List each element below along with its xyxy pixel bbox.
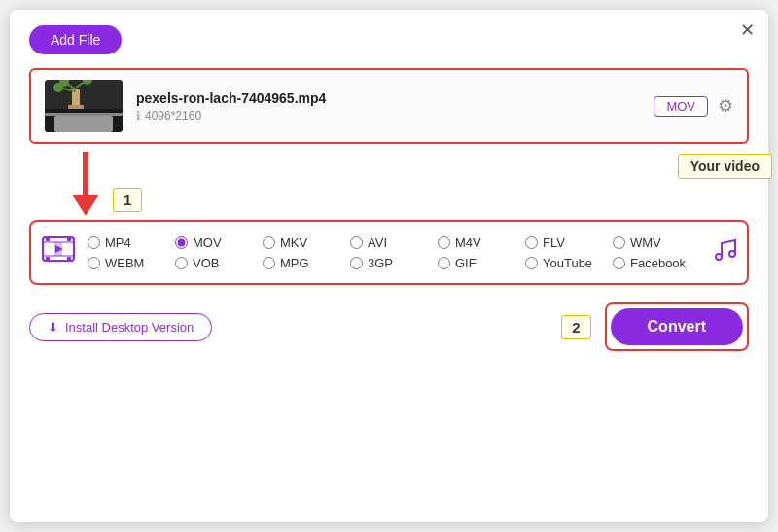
arrow-area: 1 — [29, 144, 749, 220]
radio-m4v[interactable] — [438, 236, 450, 249]
format-option-facebook[interactable]: Facebook — [613, 256, 700, 270]
arrow-shaft — [83, 152, 88, 195]
format-option-gif[interactable]: GIF — [438, 256, 525, 270]
file-meta: ℹ 4096*2160 — [136, 109, 640, 123]
format-option-mpg[interactable]: MPG — [263, 256, 350, 270]
radio-3gp[interactable] — [350, 257, 363, 269]
svg-rect-2 — [72, 89, 80, 107]
format-option-mkv[interactable]: MKV — [263, 235, 350, 250]
svg-rect-3 — [68, 105, 84, 109]
format-option-3gp[interactable]: 3GP — [350, 256, 438, 270]
install-desktop-button[interactable]: ⬇ Install Desktop Version — [29, 313, 212, 341]
format-picker: MP4 MOV MKV AVI M4V FLV WM — [29, 220, 749, 285]
step2-label: 2 — [561, 315, 590, 339]
radio-mkv[interactable] — [263, 236, 275, 249]
format-option-wmv[interactable]: WMV — [613, 235, 700, 250]
format-option-mp4[interactable]: MP4 — [88, 235, 175, 250]
convert-button-outer: Convert — [605, 302, 749, 351]
file-actions: MOV ⚙ — [654, 95, 733, 117]
format-badge[interactable]: MOV — [654, 96, 708, 117]
format-option-flv[interactable]: FLV — [525, 235, 613, 250]
gear-icon[interactable]: ⚙ — [718, 95, 733, 117]
bottom-bar: ⬇ Install Desktop Version 2 Convert — [29, 302, 749, 351]
download-icon: ⬇ — [48, 320, 58, 335]
step1-label: 1 — [113, 188, 142, 212]
file-resolution: 4096*2160 — [145, 109, 201, 123]
arrow-head — [72, 195, 99, 216]
radio-gif[interactable] — [438, 257, 450, 269]
svg-point-9 — [53, 83, 63, 92]
radio-facebook[interactable] — [613, 257, 625, 269]
info-icon: ℹ — [136, 109, 141, 123]
file-name: pexels-ron-lach-7404965.mp4 — [136, 90, 640, 106]
arrow-down — [72, 152, 99, 216]
step2-convert-area: 2 Convert — [561, 302, 749, 351]
svg-rect-10 — [45, 113, 123, 116]
film-icon — [41, 231, 76, 273]
main-window: ✕ Add File pexels-ron-lach — [10, 10, 768, 522]
format-option-webm[interactable]: WEBM — [88, 256, 175, 270]
convert-button[interactable]: Convert — [611, 308, 743, 345]
radio-wmv[interactable] — [613, 236, 625, 249]
add-file-button[interactable]: Add File — [29, 25, 122, 54]
radio-webm[interactable] — [88, 257, 100, 269]
radio-vob[interactable] — [175, 257, 188, 269]
video-thumbnail — [45, 80, 123, 132]
format-option-m4v[interactable]: M4V — [438, 235, 525, 250]
svg-rect-11 — [54, 116, 113, 132]
svg-rect-16 — [67, 237, 71, 241]
svg-point-22 — [729, 251, 735, 257]
radio-mpg[interactable] — [263, 257, 275, 269]
radio-mp4[interactable] — [88, 236, 100, 249]
install-label: Install Desktop Version — [65, 320, 194, 335]
radio-mov[interactable] — [175, 236, 188, 249]
format-option-vob[interactable]: VOB — [175, 256, 263, 270]
svg-rect-18 — [67, 257, 71, 261]
radio-flv[interactable] — [525, 236, 538, 249]
radio-youtube[interactable] — [525, 257, 538, 269]
svg-rect-15 — [46, 237, 50, 241]
svg-point-21 — [716, 254, 722, 260]
format-option-mov[interactable]: MOV — [175, 235, 263, 250]
file-info: pexels-ron-lach-7404965.mp4 ℹ 4096*2160 — [136, 90, 640, 123]
svg-rect-17 — [46, 257, 50, 261]
format-option-avi[interactable]: AVI — [350, 235, 438, 250]
close-button[interactable]: ✕ — [740, 19, 755, 41]
radio-avi[interactable] — [350, 236, 363, 249]
music-icon — [710, 235, 739, 270]
format-option-youtube[interactable]: YouTube — [525, 256, 613, 270]
file-row: pexels-ron-lach-7404965.mp4 ℹ 4096*2160 … — [29, 68, 749, 144]
